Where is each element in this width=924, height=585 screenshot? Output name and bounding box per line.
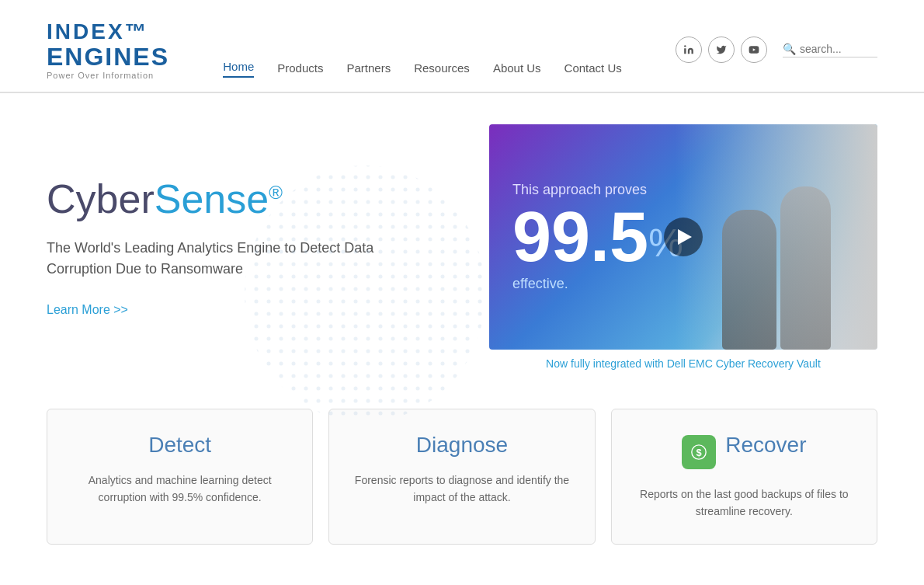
card-detect: Detect Analytics and machine learning de… <box>47 409 313 545</box>
twitter-icon[interactable] <box>708 37 735 63</box>
linkedin-icon[interactable] <box>676 37 702 63</box>
card-recover: $ Recover Reports on the last good backu… <box>611 409 877 545</box>
recover-icon: $ <box>682 435 716 469</box>
hero-title-sense: Sense <box>155 176 269 221</box>
main-nav: Home Products Partners Resources About U… <box>223 8 622 92</box>
hero-title-reg: ® <box>269 182 283 203</box>
hero-description: The World's Leading Analytics Engine to … <box>47 238 435 280</box>
social-icons <box>676 37 767 63</box>
logo-engines: ENGINES <box>47 44 169 69</box>
percent-display: 99.5% <box>512 202 683 272</box>
video-play-button[interactable] <box>664 218 703 256</box>
integration-note[interactable]: Now fully integrated with Dell EMC Cyber… <box>489 357 877 370</box>
hero-title-cyber: Cyber <box>47 176 155 221</box>
hero-figures <box>676 124 877 350</box>
hero-section: CyberSense® The World's Leading Analytic… <box>0 93 924 385</box>
card-detect-desc: Analytics and machine learning detect co… <box>67 472 293 507</box>
learn-more-link[interactable]: Learn More >> <box>47 303 128 316</box>
card-diagnose: Diagnose Forensic reports to diagnose an… <box>328 409 595 545</box>
search-input[interactable] <box>800 43 877 55</box>
card-detect-title: Detect <box>67 433 293 458</box>
hero-left: CyberSense® The World's Leading Analytic… <box>47 177 489 316</box>
hero-right: This approach proves 99.5% effective. No… <box>489 124 877 370</box>
play-icon <box>678 229 692 245</box>
approach-text: This approach proves <box>512 182 683 198</box>
logo-tagline: Power Over Information <box>47 71 169 80</box>
effective-text: effective. <box>512 276 683 292</box>
svg-text:$: $ <box>696 447 702 458</box>
card-diagnose-desc: Forensic reports to diagnose and identif… <box>349 472 575 507</box>
youtube-icon[interactable] <box>741 37 767 63</box>
logo-index: INDEX™ <box>47 19 169 44</box>
percent-number: 99.5 <box>512 198 648 276</box>
card-recover-title: Recover <box>725 433 806 458</box>
hero-image-text: This approach proves 99.5% effective. <box>512 182 683 292</box>
search-icon: 🔍 <box>783 43 796 55</box>
logo: INDEX™ ENGINES Power Over Information <box>47 19 169 80</box>
nav-home[interactable]: Home <box>223 60 254 78</box>
nav-contact[interactable]: Contact Us <box>564 61 622 78</box>
nav-products[interactable]: Products <box>277 61 323 78</box>
svg-point-0 <box>684 45 686 47</box>
search-area: 🔍 <box>783 43 877 57</box>
header-right: 🔍 <box>676 37 877 63</box>
hero-title: CyberSense® <box>47 177 489 221</box>
hero-image: This approach proves 99.5% effective. <box>489 124 877 350</box>
nav-about[interactable]: About Us <box>493 61 541 78</box>
nav-partners[interactable]: Partners <box>346 61 391 78</box>
cards-section: Detect Analytics and machine learning de… <box>0 385 924 576</box>
card-recover-title-row: $ Recover <box>631 433 857 472</box>
card-diagnose-title: Diagnose <box>349 433 575 458</box>
nav-resources[interactable]: Resources <box>414 61 470 78</box>
card-recover-desc: Reports on the last good backups of file… <box>631 486 857 521</box>
header: INDEX™ ENGINES Power Over Information Ho… <box>0 0 924 93</box>
